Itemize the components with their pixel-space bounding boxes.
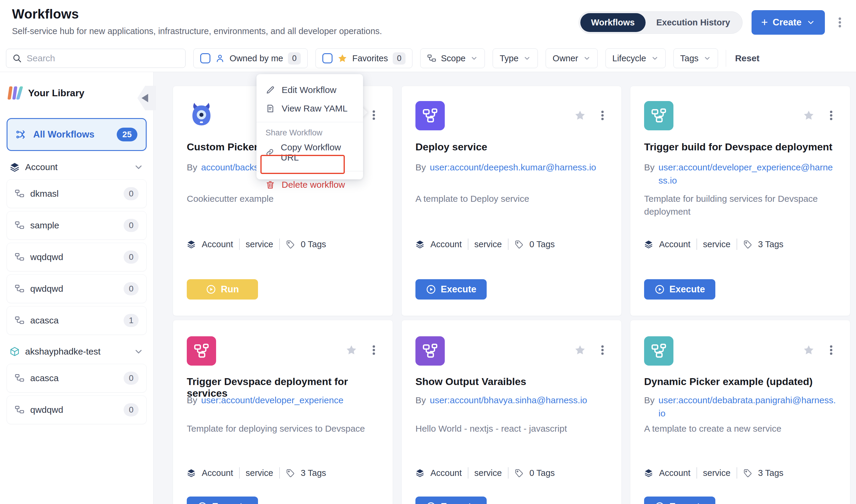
divider xyxy=(279,467,280,479)
card-scope: Account xyxy=(202,239,233,249)
card-title: Dynamic Picker example (updated) xyxy=(644,376,836,388)
favorites-checkbox[interactable] xyxy=(322,53,332,64)
workflow-context-menu: Edit Workflow View Raw YAML Share Workfl… xyxy=(257,74,363,179)
execute-button[interactable]: Execute xyxy=(415,497,487,504)
sidebar-item-acasca-2[interactable]: acasca 0 xyxy=(6,364,147,393)
chevron-down-icon xyxy=(806,18,815,27)
execute-button[interactable]: Execute xyxy=(644,279,715,300)
pencil-icon xyxy=(266,85,275,95)
header-kebab-menu-icon[interactable] xyxy=(834,16,846,29)
favorites-filter[interactable]: Favorites 0 xyxy=(315,49,412,68)
all-workflows-count-badge: 25 xyxy=(117,128,137,141)
search-box[interactable] xyxy=(6,49,186,68)
favorite-star-icon[interactable] xyxy=(574,109,586,121)
owner-dropdown[interactable]: Owner xyxy=(546,49,597,68)
card-type: service xyxy=(474,239,502,249)
tag-icon xyxy=(514,240,524,249)
scope-dropdown[interactable]: Scope xyxy=(420,49,485,68)
favorite-star-icon[interactable] xyxy=(803,109,815,121)
owner-link[interactable]: user:account/developer_experience xyxy=(201,394,343,407)
header-actions: Workflows Execution History + Create xyxy=(579,10,846,35)
workflow-card-deploy-service[interactable]: Deploy service By user:account/deepesh.k… xyxy=(401,86,622,316)
play-icon xyxy=(654,502,665,504)
menu-item-edit-workflow[interactable]: Edit Workflow xyxy=(257,81,363,99)
workflow-card-trigger-build-devspace[interactable]: Trigger build for Devspace deployment By… xyxy=(630,86,850,316)
owned-by-me-filter[interactable]: Owned by me 0 xyxy=(193,49,308,68)
owner-link[interactable]: user:account/debabrata.panigrahi@harness… xyxy=(658,394,836,420)
hierarchy-icon xyxy=(15,284,24,293)
tag-icon xyxy=(286,468,295,478)
divider xyxy=(697,238,697,250)
layers-icon xyxy=(415,240,424,249)
execute-button[interactable]: Execute xyxy=(187,497,258,504)
sidebar-item-wqdqwd[interactable]: wqdqwd 0 xyxy=(6,243,147,271)
library-title: Your Library xyxy=(28,88,84,98)
sidebar-item-qwdqwd[interactable]: qwdqwd 0 xyxy=(6,274,147,303)
workflow-card-trigger-devspace-services[interactable]: Trigger Devspace deployment for services… xyxy=(173,320,393,504)
tag-icon xyxy=(286,240,295,249)
menu-item-view-raw-yaml[interactable]: View Raw YAML xyxy=(257,99,363,118)
lifecycle-dropdown[interactable]: Lifecycle xyxy=(605,49,666,68)
workflow-icon xyxy=(644,336,673,365)
card-menu-button[interactable] xyxy=(597,110,608,121)
chevron-down-icon xyxy=(651,54,659,62)
play-icon xyxy=(206,284,216,294)
favorite-star-icon[interactable] xyxy=(803,344,815,356)
owned-by-me-checkbox[interactable] xyxy=(200,53,210,64)
divider xyxy=(239,238,240,250)
owner-link[interactable]: user:account/deepesh.kumar@harness.io xyxy=(430,161,596,174)
menu-item-delete-workflow[interactable]: Delete workflow xyxy=(257,176,363,194)
page-header: Workflows Self-service hub for new appli… xyxy=(0,0,856,45)
chevron-down-icon xyxy=(134,162,144,172)
execute-button[interactable]: Execute xyxy=(644,497,715,504)
chevron-down-icon xyxy=(134,346,144,357)
sidebar-section-account[interactable]: Account xyxy=(6,159,147,175)
card-menu-button[interactable] xyxy=(825,344,837,356)
execute-button[interactable]: Execute xyxy=(415,279,487,300)
divider xyxy=(239,467,240,479)
card-menu-button[interactable] xyxy=(825,110,837,121)
search-input[interactable] xyxy=(27,53,179,64)
menu-item-copy-workflow-url[interactable]: Copy Workflow URL xyxy=(257,138,363,167)
favorite-star-icon[interactable] xyxy=(574,344,586,356)
sidebar-item-dkmasl[interactable]: dkmasl 0 xyxy=(6,179,147,208)
card-menu-button[interactable] xyxy=(368,344,379,356)
divider xyxy=(737,238,737,250)
sidebar-section-akshayphadke-test[interactable]: akshayphadke-test xyxy=(6,344,147,359)
owner-link[interactable]: user:account/developer_experience@harnes… xyxy=(658,161,836,187)
person-icon xyxy=(215,54,225,63)
card-type: service xyxy=(246,239,273,249)
create-button[interactable]: + Create xyxy=(752,10,825,35)
run-button[interactable]: Run xyxy=(187,279,258,300)
view-toggle: Workflows Execution History xyxy=(579,11,743,34)
tab-workflows[interactable]: Workflows xyxy=(580,13,646,32)
card-scope: Account xyxy=(430,468,462,478)
card-tags-count: 3 Tags xyxy=(301,468,326,478)
chevron-down-icon xyxy=(583,54,591,62)
card-menu-button[interactable] xyxy=(597,344,608,356)
card-scope: Account xyxy=(659,239,690,249)
divider xyxy=(468,238,468,250)
card-scope: Account xyxy=(430,239,462,249)
trash-icon xyxy=(266,180,275,190)
favorite-star-icon[interactable] xyxy=(345,344,357,356)
workflow-card-dynamic-picker[interactable]: Dynamic Picker example (updated) By user… xyxy=(630,320,850,504)
card-title: Trigger build for Devspace deployment xyxy=(644,141,836,153)
hierarchy-icon xyxy=(15,189,24,198)
library-header: Your Library xyxy=(6,85,147,101)
hierarchy-icon xyxy=(15,252,24,262)
sidebar-item-acasca[interactable]: acasca 1 xyxy=(6,306,147,335)
owner-link[interactable]: user:account/bhavya.sinha@harness.io xyxy=(430,394,587,407)
type-dropdown[interactable]: Type xyxy=(493,49,538,68)
sidebar-item-sample[interactable]: sample 0 xyxy=(6,211,147,240)
layers-icon xyxy=(415,468,424,478)
sidebar-item-all-workflows[interactable]: All Workflows 25 xyxy=(6,118,147,151)
card-menu-button[interactable] xyxy=(368,109,379,121)
tags-dropdown[interactable]: Tags xyxy=(673,49,718,68)
sidebar-item-qwdqwd-2[interactable]: qwdqwd 0 xyxy=(6,395,147,424)
reset-filters-button[interactable]: Reset xyxy=(735,53,760,64)
workflow-icon xyxy=(187,336,216,365)
tab-execution-history[interactable]: Execution History xyxy=(646,13,741,32)
workflow-card-show-output-variables[interactable]: Show Output Varaibles By user:account/bh… xyxy=(401,320,622,504)
owner-link[interactable]: account/backs xyxy=(201,161,259,174)
